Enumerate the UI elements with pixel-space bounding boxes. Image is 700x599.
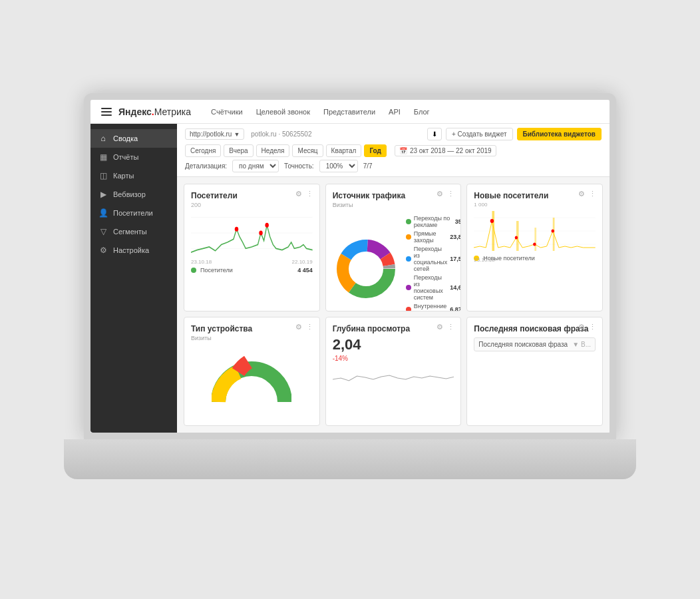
dashboard: Посетители ⚙ ⋮ 200 bbox=[177, 177, 610, 433]
menu-button[interactable] bbox=[101, 108, 112, 116]
widget-device-title: Тип устройства bbox=[191, 324, 313, 333]
search-phrase-arrow: ▼ В... bbox=[572, 341, 591, 348]
site-selector[interactable]: http://potlok.ru ▼ bbox=[185, 128, 244, 140]
visitors-legend-dot bbox=[191, 268, 196, 273]
sidebar-item-svodka[interactable]: ⌂ Сводка bbox=[90, 129, 177, 148]
settings-icon2[interactable]: ⚙ bbox=[437, 190, 444, 198]
sidebar-label-settings: Настройка bbox=[113, 246, 149, 254]
sidebar-item-segments[interactable]: ▽ Сегменты bbox=[90, 222, 177, 241]
traffic-item-1: Прямые заходы 23,8% bbox=[406, 230, 462, 244]
create-widget-button[interactable]: + Создать виджет bbox=[446, 128, 513, 140]
widget-device-type: Тип устройства Визиты ⚙ ⋮ bbox=[184, 317, 320, 426]
nav-target-call[interactable]: Целевой звонок bbox=[256, 108, 310, 116]
period-yesterday[interactable]: Вчера bbox=[224, 144, 253, 157]
period-week[interactable]: Неделя bbox=[256, 144, 290, 157]
sidebar-item-settings[interactable]: ⚙ Настройка bbox=[90, 241, 177, 260]
accuracy-selector[interactable]: 100% bbox=[319, 160, 358, 172]
traffic-item-4: Внутренние переходы 6,87% bbox=[406, 303, 462, 311]
laptop-screen: Яндекс . Метрика Счётчики Целевой звонок… bbox=[90, 100, 610, 433]
traffic-dot-1 bbox=[406, 234, 411, 240]
new-visitors-y1: 1 000 bbox=[474, 202, 596, 208]
laptop: Яндекс . Метрика Счётчики Целевой звонок… bbox=[64, 93, 636, 479]
library-button[interactable]: Библиотека виджетов bbox=[517, 128, 602, 140]
widget-new-visitors-title: Новые посетители bbox=[474, 191, 596, 200]
sidebar-label-webvisor: Вебвизор bbox=[113, 190, 146, 198]
widget-depth-title: Глубина просмотра bbox=[333, 324, 454, 333]
new-visitors-x-start: 23.10.18 bbox=[474, 257, 596, 263]
app-header: Яндекс . Метрика Счётчики Целевой звонок… bbox=[90, 100, 610, 124]
sidebar: ⌂ Сводка ▦ Отчёты ◫ Карты ▶ bbox=[90, 124, 177, 433]
widget-search-title: Последняя поисковая фраза bbox=[474, 324, 596, 333]
new-visitors-chart: 1 000 bbox=[474, 202, 596, 255]
logo-metrika: Метрика bbox=[154, 106, 191, 117]
visitors-legend-value: 4 454 bbox=[297, 267, 313, 274]
settings-icon5[interactable]: ⚙ bbox=[437, 323, 444, 331]
widget-search-actions: ⚙ ⋮ bbox=[578, 323, 597, 331]
sidebar-label-svodka: Сводка bbox=[113, 134, 138, 142]
settings-icon4[interactable]: ⚙ bbox=[295, 323, 303, 331]
widget-visitors: Посетители ⚙ ⋮ 200 bbox=[184, 184, 320, 311]
layout-icon2[interactable]: ⋮ bbox=[447, 190, 455, 198]
download-button[interactable]: ⬇ bbox=[427, 128, 442, 140]
sidebar-item-reports[interactable]: ▦ Отчёты bbox=[90, 148, 177, 166]
nav-counters[interactable]: Счётчики bbox=[211, 108, 243, 116]
layout-icon5[interactable]: ⋮ bbox=[447, 323, 455, 331]
laptop-base bbox=[64, 439, 636, 479]
pages-label: 7/7 bbox=[363, 162, 373, 170]
widget-traffic-actions: ⚙ ⋮ bbox=[437, 190, 455, 198]
filter-icon: ▽ bbox=[98, 227, 108, 236]
sidebar-item-maps[interactable]: ◫ Карты bbox=[90, 166, 177, 185]
logo-yandex: Яндекс bbox=[118, 106, 152, 117]
gear-icon: ⚙ bbox=[98, 246, 108, 255]
period-today[interactable]: Сегодня bbox=[185, 144, 221, 157]
toolbar-actions: ⬇ + Создать виджет Библиотека виджетов bbox=[427, 128, 602, 140]
svg-point-23 bbox=[552, 230, 555, 233]
traffic-pct-0: 35% bbox=[455, 218, 461, 225]
visitors-legend: Посетители 4 454 bbox=[191, 267, 313, 274]
app-wrapper: Яндекс . Метрика Счётчики Целевой звонок… bbox=[90, 100, 610, 433]
nav-api[interactable]: API bbox=[389, 108, 401, 116]
toolbar: http://potlok.ru ▼ potlok.ru · 50625502 … bbox=[177, 124, 610, 177]
sidebar-label-segments: Сегменты bbox=[113, 228, 147, 236]
layout-icon4[interactable]: ⋮ bbox=[306, 323, 314, 331]
settings-icon[interactable]: ⚙ bbox=[295, 190, 303, 198]
period-quarter[interactable]: Квартал bbox=[326, 144, 362, 157]
traffic-legend: Переходы по рекламе 35% Прямые заходы 23… bbox=[406, 215, 462, 311]
layout-icon3[interactable]: ⋮ bbox=[589, 190, 597, 198]
toolbar-row1: http://potlok.ru ▼ potlok.ru · 50625502 … bbox=[185, 128, 602, 140]
detail-row: Детализация: по дням Точность: 100% 7/7 bbox=[185, 160, 602, 172]
sidebar-item-visitors[interactable]: 👤 Посетители bbox=[90, 204, 177, 222]
new-visitors-svg bbox=[474, 208, 596, 254]
date-range[interactable]: 📅 23 окт 2018 — 22 окт 2019 bbox=[395, 145, 496, 156]
sidebar-label-maps: Карты bbox=[113, 172, 134, 180]
widget-last-search: Последняя поисковая фраза ⚙ ⋮ Последняя … bbox=[466, 317, 603, 426]
period-month[interactable]: Месяц bbox=[292, 144, 323, 157]
widget-device-actions: ⚙ ⋮ bbox=[295, 323, 314, 331]
svg-point-5 bbox=[265, 223, 268, 228]
chart-y-label: 200 bbox=[191, 202, 201, 208]
traffic-donut bbox=[333, 232, 399, 305]
user-icon: 👤 bbox=[98, 208, 108, 218]
search-phrase-label: Последняя поисковая фраза bbox=[478, 341, 568, 348]
nav-representatives[interactable]: Представители bbox=[323, 108, 375, 116]
nav-blog[interactable]: Блог bbox=[414, 108, 430, 116]
traffic-label-0: Переходы по рекламе bbox=[414, 215, 452, 228]
detail-selector[interactable]: по дням bbox=[232, 160, 279, 172]
traffic-pct-2: 17,5% bbox=[450, 256, 461, 262]
device-donut-wrapper bbox=[191, 345, 313, 419]
widget-visitors-title: Посетители bbox=[191, 191, 313, 200]
laptop-body: Яндекс . Метрика Счётчики Целевой звонок… bbox=[84, 93, 616, 439]
settings-icon3[interactable]: ⚙ bbox=[578, 190, 586, 198]
site-id: potlok.ru · 50625502 bbox=[251, 130, 311, 138]
site-url: http://potlok.ru bbox=[190, 130, 232, 138]
sidebar-label-reports: Отчёты bbox=[113, 153, 138, 161]
traffic-pct-1: 23,8% bbox=[450, 234, 461, 240]
search-phrase-content: Последняя поисковая фраза ▼ В... bbox=[474, 337, 596, 351]
layout-icon6[interactable]: ⋮ bbox=[589, 323, 597, 331]
layout-icon[interactable]: ⋮ bbox=[306, 190, 314, 198]
sidebar-item-webvisor[interactable]: ▶ Вебвизор bbox=[90, 185, 177, 204]
traffic-item-3: Переходы из поисковых систем 14,6% bbox=[406, 274, 462, 301]
period-year[interactable]: Год bbox=[364, 144, 387, 157]
toolbar-row2: Сегодня Вчера Неделя Месяц Квартал Год 📅… bbox=[185, 144, 602, 157]
settings-icon6[interactable]: ⚙ bbox=[578, 323, 586, 331]
